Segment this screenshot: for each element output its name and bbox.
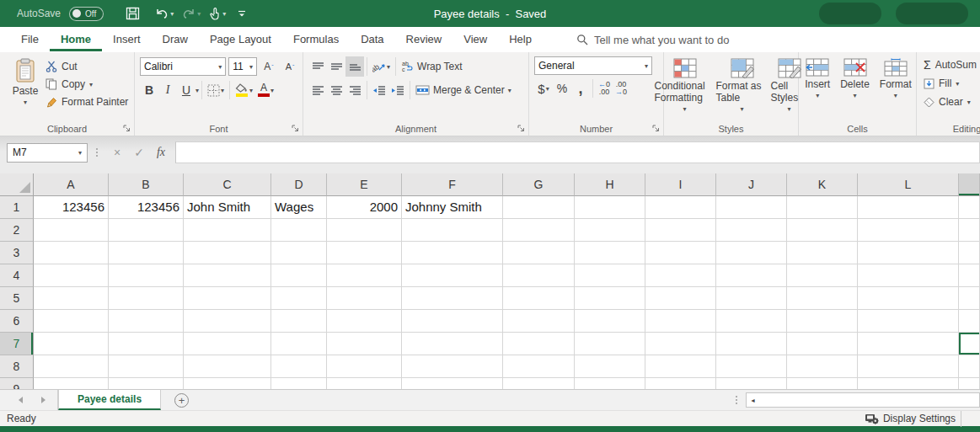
fill-button[interactable]: Fill ▾ [924,75,980,92]
tabbar-splitter[interactable] [729,390,744,410]
cell-E4[interactable] [327,264,402,287]
cell-M6[interactable] [959,310,980,333]
alignment-dialog-launcher[interactable] [517,125,525,132]
cell-I7[interactable] [645,333,716,355]
percent-style-button[interactable]: % [553,78,571,99]
cell-E6[interactable] [327,310,402,333]
cell-J9[interactable] [716,378,787,389]
column-header-h[interactable]: H [575,173,645,196]
cell-L2[interactable] [858,219,959,242]
cell-C2[interactable] [184,219,271,242]
clipboard-dialog-launcher[interactable] [123,125,131,132]
column-header-l[interactable]: L [858,173,959,196]
row-header-7[interactable]: 7 [0,333,34,355]
cell-J8[interactable] [716,355,787,378]
cell-I8[interactable] [645,355,716,378]
cell-F4[interactable] [402,264,503,287]
cell-L7[interactable] [858,333,959,355]
cell-C5[interactable] [184,287,271,310]
cell-A3[interactable] [34,242,109,264]
comma-style-button[interactable]: , [571,78,590,99]
cell-C3[interactable] [184,242,271,264]
paste-button[interactable]: Paste ▾ [5,56,46,121]
cell-H7[interactable] [575,333,645,355]
tab-page-layout[interactable]: Page Layout [199,28,282,51]
row-header-3[interactable]: 3 [0,242,34,264]
cell-K3[interactable] [787,242,858,264]
cell-A7[interactable] [34,333,109,355]
formula-bar-splitter[interactable] [91,148,103,157]
cell-D8[interactable] [271,355,327,378]
column-header-k[interactable]: K [787,173,858,196]
column-header-m[interactable] [959,173,980,196]
cell-M1[interactable] [959,196,980,219]
cell-K8[interactable] [787,355,858,378]
cell-G6[interactable] [503,310,575,333]
column-header-j[interactable]: J [716,173,787,196]
format-as-table-button[interactable]: Format as Table ▾ [716,56,768,121]
row-header-9[interactable]: 9 [0,378,34,389]
cell-G3[interactable] [503,242,575,264]
cell-G5[interactable] [503,287,575,310]
merge-center-button[interactable]: Merge & Center ▾ [413,80,514,100]
decrease-font-size-button[interactable]: Aˇ [281,56,299,77]
autosum-button[interactable]: Σ AutoSum [924,56,980,73]
column-header-g[interactable]: G [503,173,575,196]
column-header-d[interactable]: D [271,173,327,196]
cell-E9[interactable] [327,378,402,389]
cell-E2[interactable] [327,219,402,242]
bottom-align-button[interactable] [345,56,364,77]
cell-B5[interactable] [109,287,184,310]
number-dialog-launcher[interactable] [652,125,660,132]
new-sheet-button[interactable]: + [161,390,202,410]
cell-J4[interactable] [716,264,787,287]
cell-I6[interactable] [645,310,716,333]
cell-C1[interactable]: John Smith [184,196,271,219]
cell-A1[interactable]: 123456 [34,196,109,219]
row-header-2[interactable]: 2 [0,219,34,242]
cell-A8[interactable] [34,355,109,378]
cell-B8[interactable] [109,355,184,378]
save-button[interactable] [126,7,140,20]
format-painter-button[interactable]: Format Painter [46,93,128,110]
font-name-combobox[interactable]: Calibri ▾ [140,57,226,76]
cell-L8[interactable] [858,355,959,378]
cell-F9[interactable] [402,378,503,389]
cell-L9[interactable] [858,378,959,389]
cell-I9[interactable] [645,378,716,389]
cell-J7[interactable] [716,333,787,355]
clear-button[interactable]: Clear ▾ [924,93,980,110]
cell-I5[interactable] [645,287,716,310]
underline-button[interactable]: U [177,80,195,100]
increase-decimal-button[interactable]: ←0.00 [596,81,613,96]
underline-dropdown-icon[interactable]: ▾ [195,87,199,94]
cell-B3[interactable] [109,242,184,264]
cell-E8[interactable] [327,355,402,378]
display-settings-button[interactable]: Display Settings [865,413,961,424]
cell-F1[interactable]: Johnny Smith [402,196,503,219]
number-format-combobox[interactable]: General ▾ [534,56,652,75]
middle-align-button[interactable] [327,56,345,77]
cell-F8[interactable] [402,355,503,378]
cell-M5[interactable] [959,287,980,310]
cell-A6[interactable] [34,310,109,333]
cell-K5[interactable] [787,287,858,310]
cell-M4[interactable] [959,264,980,287]
cell-H9[interactable] [575,378,645,389]
touch-mode-button[interactable]: ▾ [209,7,226,20]
cell-H8[interactable] [575,355,645,378]
cell-F6[interactable] [402,310,503,333]
decrease-decimal-button[interactable]: .00→0 [613,81,629,96]
previous-sheet-icon[interactable] [19,397,23,403]
cell-B9[interactable] [109,378,184,389]
cell-M3[interactable] [959,242,980,264]
align-center-button[interactable] [327,80,345,100]
tab-formulas[interactable]: Formulas [282,28,350,51]
cell-G2[interactable] [503,219,575,242]
cell-B4[interactable] [109,264,184,287]
cell-L6[interactable] [858,310,959,333]
cell-H5[interactable] [575,287,645,310]
name-box[interactable]: M7 ▾ [7,143,88,163]
cell-F5[interactable] [402,287,503,310]
cell-J3[interactable] [716,242,787,264]
